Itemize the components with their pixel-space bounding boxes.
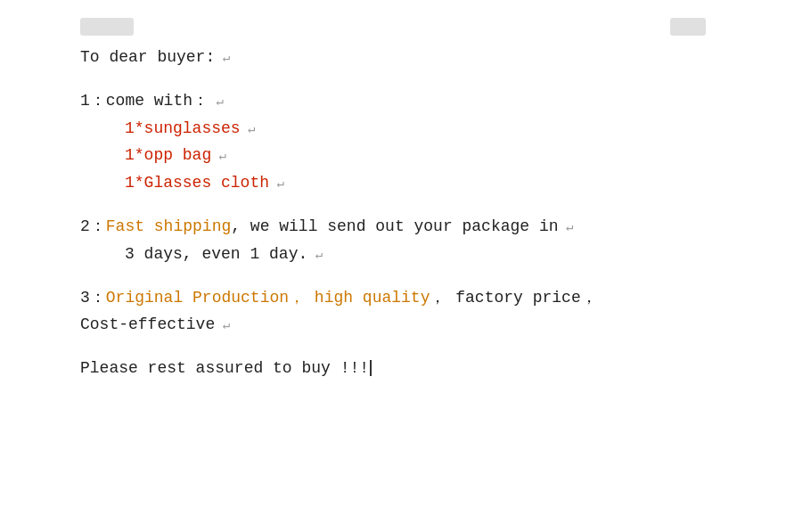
section3-line2: Cost-effective ↵ bbox=[80, 312, 706, 338]
closing-text: Please rest assured to buy !!! bbox=[80, 359, 369, 377]
return-char-6: ↵ bbox=[559, 220, 574, 234]
greeting-line: To dear buyer: ↵ bbox=[80, 45, 706, 70]
return-char-2: ↵ bbox=[209, 94, 224, 109]
greeting-text: To dear buyer: bbox=[80, 48, 215, 66]
top-bar-left-control bbox=[80, 18, 134, 36]
item1-text: 1*sunglasses bbox=[125, 119, 241, 137]
section3-text1: ， factory price， bbox=[430, 289, 596, 307]
section1-label: 1：come with： bbox=[80, 92, 209, 110]
return-char-5: ↵ bbox=[269, 176, 284, 191]
item3-line: 1*Glasses cloth ↵ bbox=[80, 170, 706, 196]
greeting-paragraph: To dear buyer: ↵ bbox=[80, 45, 706, 70]
section3-paragraph: 3：Original Production， high quality， fac… bbox=[80, 285, 706, 339]
section1-label-line: 1：come with： ↵ bbox=[80, 88, 706, 114]
return-char-3: ↵ bbox=[241, 122, 256, 136]
section2-label: 2： bbox=[80, 217, 106, 235]
content-block: To dear buyer: ↵ 1：come with： ↵ 1*sungla… bbox=[80, 45, 706, 381]
section3-highlight1: Original Production， high quality bbox=[106, 289, 430, 307]
section2-text1: , we will send out your package in bbox=[231, 217, 558, 235]
item3-text: 1*Glasses cloth bbox=[125, 174, 269, 192]
section2-line1: 2：Fast shipping, we will send out your p… bbox=[80, 214, 706, 240]
section2-text2: 3 days, even 1 day. bbox=[125, 245, 307, 263]
section2-line2: 3 days, even 1 day. ↵ bbox=[80, 241, 706, 267]
return-char-4: ↵ bbox=[211, 149, 226, 163]
item1-line: 1*sunglasses ↵ bbox=[80, 116, 706, 142]
item2-line: 1*opp bag ↵ bbox=[80, 143, 706, 168]
return-char-1: ↵ bbox=[215, 51, 230, 65]
section2-paragraph: 2：Fast shipping, we will send out your p… bbox=[80, 214, 706, 267]
section3-line1: 3：Original Production， high quality， fac… bbox=[80, 285, 706, 311]
closing-paragraph: Please rest assured to buy !!! bbox=[80, 356, 706, 381]
top-bar bbox=[80, 18, 706, 36]
section2-highlight: Fast shipping bbox=[106, 217, 231, 235]
return-char-8: ↵ bbox=[215, 318, 230, 332]
section3-label: 3： bbox=[80, 289, 106, 307]
section3-text2: Cost-effective bbox=[80, 315, 215, 333]
top-bar-right-control bbox=[670, 18, 706, 36]
return-char-7: ↵ bbox=[307, 248, 323, 262]
section1-paragraph: 1：come with： ↵ 1*sunglasses ↵ 1*opp bag … bbox=[80, 88, 706, 196]
text-cursor bbox=[370, 360, 372, 376]
closing-line: Please rest assured to buy !!! bbox=[80, 356, 706, 381]
item2-text: 1*opp bag bbox=[125, 146, 211, 164]
